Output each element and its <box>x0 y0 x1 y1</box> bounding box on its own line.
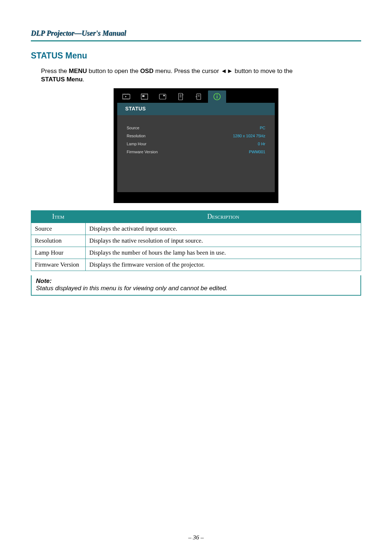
osd-screenshot: STATUS Source PC Resolution 1280 x 1024 … <box>31 88 361 203</box>
col-header-description: Description <box>86 210 361 223</box>
note-text: Status displayed in this menu is for vie… <box>36 285 356 292</box>
osd-row-source: Source PC <box>127 124 265 132</box>
osd-tab-3-icon <box>154 90 172 103</box>
intro-text: Press the <box>41 68 69 74</box>
note-label: Note: <box>36 278 356 285</box>
intro-text: menu. Press the cursor ◄► button to move… <box>154 68 293 74</box>
cell-desc: Displays the number of hours the lamp ha… <box>86 247 361 259</box>
osd-tab-1-icon <box>117 90 135 103</box>
cell-item: Firmware Version <box>31 259 86 271</box>
table-row: Resolution Displays the native resolutio… <box>31 235 361 247</box>
osd-body: Source PC Resolution 1280 x 1024 75Hz La… <box>117 115 275 192</box>
osd-value: 1280 x 1024 75Hz <box>233 134 265 138</box>
osd-title: STATUS <box>117 103 275 115</box>
osd-row-firmware: Firmware Version PWM001 <box>127 148 265 156</box>
osd-label: Resolution <box>127 134 146 138</box>
header-divider <box>31 40 361 41</box>
osd-bold: OSD <box>140 68 154 74</box>
osd-tab-5-icon <box>190 90 208 103</box>
svg-rect-9 <box>163 95 165 96</box>
section-heading: STATUS Menu <box>31 51 361 61</box>
page-number: – 36 – <box>0 534 392 541</box>
cell-desc: Displays the firmware version of the pro… <box>86 259 361 271</box>
osd-label: Source <box>127 126 139 130</box>
cell-desc: Displays the activated input source. <box>86 223 361 235</box>
table-row: Source Displays the activated input sour… <box>31 223 361 235</box>
intro-text: button to open the <box>87 68 140 74</box>
cell-item: Resolution <box>31 235 86 247</box>
osd-tab-4-icon <box>172 90 190 103</box>
svg-point-18 <box>217 94 218 96</box>
cell-desc: Displays the native resolution of input … <box>86 235 361 247</box>
svg-rect-10 <box>179 93 183 100</box>
osd-row-resolution: Resolution 1280 x 1024 75Hz <box>127 132 265 140</box>
table-row: Firmware Version Displays the firmware v… <box>31 259 361 271</box>
cell-item: Source <box>31 223 86 235</box>
svg-rect-5 <box>142 95 144 97</box>
intro-paragraph: Press the MENU button to open the OSD me… <box>41 67 361 84</box>
osd-row-lamphour: Lamp Hour 0 Hr <box>127 140 265 148</box>
table-row: Lamp Hour Displays the number of hours t… <box>31 247 361 259</box>
svg-marker-1 <box>125 96 127 97</box>
description-table: Item Description Source Displays the act… <box>31 210 361 271</box>
cell-item: Lamp Hour <box>31 247 86 259</box>
osd-value: 0 Hr <box>258 142 265 146</box>
status-menu-bold: STATUS Menu <box>41 76 83 83</box>
osd-tab-status-icon <box>208 90 226 103</box>
osd-tab-bar <box>114 88 278 103</box>
osd-value: PC <box>260 126 265 130</box>
osd-label: Firmware Version <box>127 150 158 154</box>
col-header-item: Item <box>31 210 86 223</box>
osd-label: Lamp Hour <box>127 142 146 146</box>
svg-rect-19 <box>217 96 217 98</box>
svg-rect-14 <box>197 94 201 100</box>
note-box: Note: Status displayed in this menu is f… <box>31 275 361 296</box>
osd-tab-2-icon <box>135 90 154 103</box>
intro-text: . <box>83 76 85 83</box>
document-header: DLP Projector—User's Manual <box>31 29 361 37</box>
svg-rect-8 <box>159 94 166 99</box>
osd-value: PWM001 <box>249 150 265 154</box>
menu-bold: MENU <box>69 68 87 74</box>
